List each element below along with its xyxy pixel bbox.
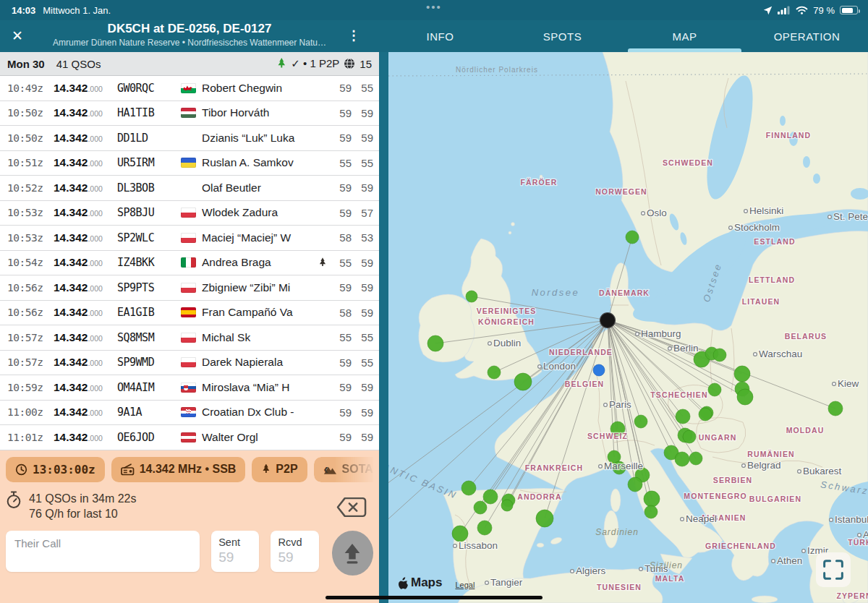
qso-dot[interactable] [634,415,647,428]
qso-frequency-mhz: 14.342 [54,306,88,318]
qso-row[interactable]: 10:56z14.342.000EA1GIBFran Campañó Va585… [0,301,379,326]
qso-dot[interactable] [828,401,843,416]
qso-row[interactable]: 10:59z14.342.000OM4AIMMiroslava “Mia” H5… [0,375,379,401]
qso-dot[interactable] [452,526,468,542]
time-button[interactable]: 13:03:00z [6,457,105,482]
qso-rst-sent: 59 [330,207,352,219]
qso-row[interactable]: 10:57z14.342.000SQ8MSMMichal Sk5555 [0,325,379,351]
map-country-label: FINNLAND [766,131,811,140]
qso-name: Ruslan A. Samkov [202,156,330,169]
rcvd-label: Rcvd [278,536,311,548]
their-call-input[interactable] [6,531,200,572]
rst-rcvd-field[interactable]: Rcvd 59 [271,531,318,572]
p2p-button[interactable]: P2P [252,457,307,482]
map-island-label: Sizilien [650,560,683,570]
qso-row[interactable]: 10:50z14.342.000HA1TIBTibor Horváth5959 [0,101,379,127]
qso-row[interactable]: 10:51z14.342.000UR5IRMRuslan A. Samkov55… [0,151,379,176]
qso-dot[interactable] [626,231,639,244]
qso-dot[interactable] [536,510,553,527]
qso-dot[interactable] [628,477,642,492]
backspace-button[interactable] [336,495,367,522]
map-country-label: ZYPERN [836,591,868,600]
city-name: Hamburg [641,328,681,339]
rst-sent-field[interactable]: Sent 59 [211,531,259,572]
qso-dot[interactable] [483,489,498,504]
rate-stats: 41 QSOs in 34m 22s 76 Q/h for last 10 [6,491,373,521]
qso-name: Andrea Braga [202,256,318,269]
tab-map[interactable]: MAP [624,20,746,52]
city-name: Bukarest [803,466,842,476]
home-indicator[interactable] [326,596,542,599]
qso-rst-sent: 59 [330,181,352,194]
qso-dot[interactable] [514,373,532,390]
legal-link[interactable]: Legal [455,581,475,589]
qso-dot[interactable] [466,291,477,302]
qso-dot[interactable] [713,348,726,362]
chevron-left-icon[interactable]: ‹ [323,461,328,477]
qso-dot[interactable] [477,521,492,535]
qso-callsign: SQ8MSM [117,331,181,344]
flag-slovakia-icon [181,382,196,393]
tab-operation[interactable]: OPERATION [746,20,868,52]
qso-frequency: 14.342.000 [54,156,117,169]
qso-frequency: 14.342.000 [54,231,117,244]
qso-dot[interactable] [734,366,750,382]
sota-button[interactable]: SOTA [314,457,373,482]
city-marker-icon [798,470,801,474]
qso-dot[interactable] [675,452,689,466]
qso-row[interactable]: 10:57z14.342.000SP9WMDDarek Napierala595… [0,351,379,376]
log-qso-button[interactable] [332,531,373,576]
map-country-label: SCHWEIZ [587,432,628,440]
qso-dot[interactable] [501,500,513,511]
city-name: London [543,361,576,372]
qso-name: Maciej “Maciej” W [202,231,330,244]
qso-dot[interactable] [689,452,702,465]
close-icon[interactable]: ✕ [12,27,23,45]
qso-row[interactable]: 10:50z14.342.000DD1LDDzianis “Luk” Luka5… [0,126,379,151]
frequency-mode-button[interactable]: 14.342 MHz • SSB [111,457,246,482]
spot-dot[interactable] [593,364,605,376]
qso-callsign: SP2WLC [117,231,181,244]
qso-dot[interactable] [474,501,487,514]
qso-rst-sent: 59 [330,281,352,294]
qso-row[interactable]: 10:54z14.342.000IZ4BKKAndrea Braga5559 [0,251,379,276]
tab-info[interactable]: INFO [379,20,501,52]
qso-rst-rcvd: 55 [352,331,373,343]
qso-dot[interactable] [683,430,696,443]
map-country-label: ANDORRA [517,492,561,501]
kebab-menu-icon[interactable]: ⋮ [347,27,360,43]
qso-frequency-mhz: 14.342 [54,156,88,168]
qso-dot[interactable] [461,481,476,495]
flag-ukraine-icon [181,158,196,168]
clock-icon [15,463,27,476]
map[interactable]: Nördlicher Polarkreis FÄRÖERNORWEGENSCHW… [388,52,868,603]
qso-row[interactable]: 11:00z14.342.0009A1ACroatian Dx Club -59… [0,401,379,426]
qso-dot[interactable] [699,408,712,421]
qso-rst-sent: 55 [330,157,352,169]
qso-frequency: 14.342.000 [54,82,117,95]
qso-callsign: HA1TIB [117,106,181,119]
qso-row[interactable]: 10:53z14.342.000SP2WLCMaciej “Maciej” W5… [0,226,379,251]
qso-row[interactable]: 10:49z14.342.000GW0RQCRobert Chegwin5955 [0,76,379,101]
qso-row[interactable]: 11:01z14.342.000OE6JODWalter Orgl5959 [0,425,379,450]
qso-dot[interactable] [676,409,690,424]
tab-spots[interactable]: SPOTS [501,20,624,52]
fullscreen-button[interactable] [816,552,851,587]
map-city-label: Istanbul [830,514,868,525]
qso-row[interactable]: 10:52z14.342.000DL3BOBOlaf Beutler5959 [0,176,379,201]
qso-dot[interactable] [488,366,501,379]
map-city-label: Neapel [681,513,717,524]
city-marker-icon [772,560,775,563]
qso-dot[interactable] [737,389,753,405]
city-name: Warschau [759,348,802,359]
qso-dot[interactable] [427,335,443,351]
qso-frequency-khz: .000 [88,409,102,417]
qso-dot[interactable] [708,383,721,396]
qso-frequency-mhz: 14.342 [54,381,88,393]
qso-dot[interactable] [644,505,658,518]
qso-row[interactable]: 10:53z14.342.000SP8BJUWlodek Zadura5957 [0,201,379,226]
qso-row[interactable]: 10:56z14.342.000SP9PTSZbigniew “Zibi” Mi… [0,275,379,301]
qso-time: 11:01z [7,432,54,443]
station-dot[interactable] [600,313,616,328]
qso-dot[interactable] [644,491,660,507]
